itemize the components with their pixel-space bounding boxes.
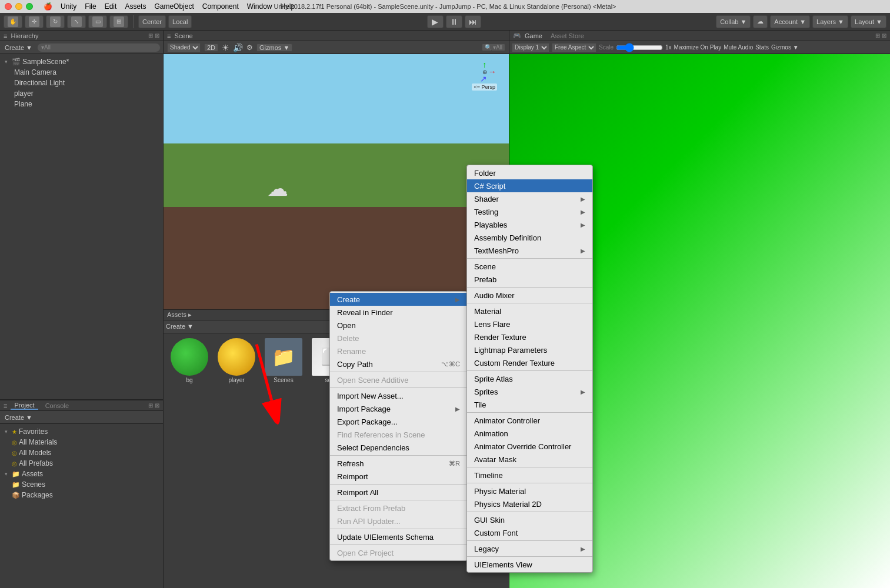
- all-models-item[interactable]: ◎ All Models: [0, 447, 163, 458]
- sub-textmeshpro[interactable]: TextMeshPro ▶: [467, 244, 592, 257]
- asset-create-btn[interactable]: Create ▼: [166, 323, 194, 330]
- right-pin[interactable]: ⊞ ⊠: [875, 32, 886, 39]
- sub-render-texture[interactable]: Render Texture: [467, 330, 592, 343]
- ctx-update-ui[interactable]: Update UIElements Schema: [330, 530, 467, 543]
- sub-custom-render[interactable]: Custom Render Texture: [467, 356, 592, 369]
- sub-playables[interactable]: Playables ▶: [467, 218, 592, 231]
- display-dropdown[interactable]: Display 1: [512, 43, 549, 52]
- scale-tool[interactable]: ⤡: [67, 15, 86, 28]
- ctx-copy-path[interactable]: Copy Path ⌥⌘C: [330, 358, 467, 370]
- asset-item-player[interactable]: player: [215, 338, 258, 383]
- hand-tool[interactable]: ✋: [4, 15, 22, 28]
- transform-tool[interactable]: ⊞: [109, 15, 128, 28]
- play-button[interactable]: ▶: [427, 15, 444, 28]
- ctx-reimport-all[interactable]: Reimport All: [330, 486, 467, 499]
- favorites-folder[interactable]: ▾ ★ Favorites: [0, 426, 163, 437]
- ctx-reveal[interactable]: Reveal in Finder: [330, 306, 467, 319]
- sub-custom-font[interactable]: Custom Font: [467, 526, 592, 539]
- shading-dropdown[interactable]: Shaded: [167, 43, 201, 52]
- asset-breadcrumb[interactable]: Assets ▸: [167, 311, 192, 319]
- step-button[interactable]: ⏭: [465, 15, 481, 28]
- account-btn[interactable]: Account ▼: [770, 15, 810, 28]
- space-toggle[interactable]: Local: [168, 15, 192, 28]
- menu-apple[interactable]: 🍎: [44, 2, 52, 11]
- sub-legacy[interactable]: Legacy ▶: [467, 542, 592, 555]
- scene-search-all[interactable]: ▾All: [493, 44, 502, 51]
- close-btn[interactable]: [5, 3, 12, 10]
- rotate-tool[interactable]: ↻: [46, 15, 65, 28]
- project-pin[interactable]: ⊞ ⊠: [148, 402, 159, 409]
- hierarchy-pin[interactable]: ⊞ ⊠: [148, 32, 159, 39]
- scene-canvas[interactable]: → ↑ ↗ ⊕ <= Persp ☁: [164, 54, 509, 309]
- sub-sprites[interactable]: Sprites ▶: [467, 385, 592, 398]
- maximize-btn[interactable]: [26, 3, 33, 10]
- ctx-import-package[interactable]: Import Package ▶: [330, 402, 467, 415]
- maximize-btn[interactable]: Maximize On Play: [674, 44, 722, 51]
- scale-slider[interactable]: [616, 44, 663, 52]
- move-tool[interactable]: ✛: [25, 15, 44, 28]
- hierarchy-search[interactable]: ▾All: [37, 43, 161, 52]
- scene-root[interactable]: ▾ 🎬 SampleScene*: [0, 56, 163, 67]
- gizmos-btn-game[interactable]: Gizmos ▼: [771, 44, 799, 51]
- sub-physics-mat-2d[interactable]: Physics Material 2D: [467, 497, 592, 510]
- collab-btn[interactable]: Collab ▼: [716, 15, 751, 28]
- sub-scene[interactable]: Scene: [467, 260, 592, 273]
- sub-gui-skin[interactable]: GUI Skin: [467, 513, 592, 526]
- sub-prefab[interactable]: Prefab: [467, 273, 592, 286]
- project-tab[interactable]: Project: [11, 402, 38, 410]
- asset-item-bg[interactable]: bg: [168, 338, 211, 383]
- console-tab[interactable]: Console: [42, 402, 72, 409]
- sub-shader[interactable]: Shader ▶: [467, 192, 592, 205]
- layers-btn[interactable]: Layers ▼: [812, 15, 848, 28]
- sub-animator-ctrl[interactable]: Animator Controller: [467, 414, 592, 427]
- pivot-toggle[interactable]: Center: [138, 15, 166, 28]
- sub-uielements[interactable]: UIElements View: [467, 558, 592, 571]
- sub-folder[interactable]: Folder: [467, 166, 592, 179]
- stats-btn[interactable]: Stats: [755, 44, 769, 51]
- sub-physic-mat[interactable]: Physic Material: [467, 485, 592, 497]
- sub-lens-flare[interactable]: Lens Flare: [467, 318, 592, 330]
- sub-csharp[interactable]: C# Script: [467, 179, 592, 192]
- 2d-btn[interactable]: 2D: [204, 44, 218, 52]
- ctx-select-deps[interactable]: Select Dependencies: [330, 441, 467, 454]
- audio-btn[interactable]: 🔊: [233, 43, 243, 52]
- asset-store-tab[interactable]: Asset Store: [551, 32, 584, 39]
- hierarchy-create-btn[interactable]: Create ▼: [2, 44, 35, 51]
- pause-button[interactable]: ⏸: [446, 15, 462, 28]
- ctx-open[interactable]: Open: [330, 319, 467, 332]
- ctx-refresh[interactable]: Refresh ⌘R: [330, 457, 467, 470]
- menu-gameobject[interactable]: GameObject: [154, 2, 194, 11]
- sub-timeline[interactable]: Timeline: [467, 469, 592, 482]
- all-prefabs-item[interactable]: ◎ All Prefabs: [0, 458, 163, 469]
- layout-btn[interactable]: Layout ▼: [851, 15, 886, 28]
- game-tab[interactable]: Game: [525, 32, 542, 39]
- scenes-folder-item[interactable]: 📁 Scenes: [0, 479, 163, 490]
- mute-btn[interactable]: Mute Audio: [724, 44, 753, 51]
- effects-btn[interactable]: ⚙: [246, 44, 253, 52]
- project-create-btn[interactable]: Create ▼: [2, 414, 35, 421]
- menu-assets[interactable]: Assets: [125, 2, 146, 11]
- all-materials-item[interactable]: ◎ All Materials: [0, 437, 163, 447]
- packages-folder-item[interactable]: 📦 Packages: [0, 490, 163, 500]
- hierarchy-item-player[interactable]: player: [0, 88, 163, 99]
- rect-tool[interactable]: ▭: [88, 15, 107, 28]
- aspect-dropdown[interactable]: Free Aspect: [552, 43, 596, 52]
- menu-file[interactable]: File: [85, 2, 96, 11]
- gizmos-btn[interactable]: Gizmos ▼: [256, 44, 292, 52]
- ctx-reimport[interactable]: Reimport: [330, 470, 467, 483]
- minimize-btn[interactable]: [15, 3, 22, 10]
- sub-audio-mixer[interactable]: Audio Mixer: [467, 289, 592, 302]
- cloud-btn[interactable]: ☁: [753, 15, 768, 28]
- menu-unity[interactable]: Unity: [61, 2, 76, 11]
- lighting-btn[interactable]: ☀: [222, 43, 229, 52]
- ctx-import-new[interactable]: Import New Asset...: [330, 389, 467, 402]
- sub-animator-override[interactable]: Animator Override Controller: [467, 440, 592, 453]
- sub-material[interactable]: Material: [467, 305, 592, 318]
- assets-folder[interactable]: ▾ 📁 Assets: [0, 469, 163, 479]
- menu-edit[interactable]: Edit: [105, 2, 117, 11]
- sub-assembly[interactable]: Assembly Definition: [467, 231, 592, 244]
- sub-sprite-atlas[interactable]: Sprite Atlas: [467, 372, 592, 385]
- sub-testing[interactable]: Testing ▶: [467, 205, 592, 218]
- hierarchy-item-camera[interactable]: Main Camera: [0, 67, 163, 78]
- sub-avatar-mask[interactable]: Avatar Mask: [467, 453, 592, 466]
